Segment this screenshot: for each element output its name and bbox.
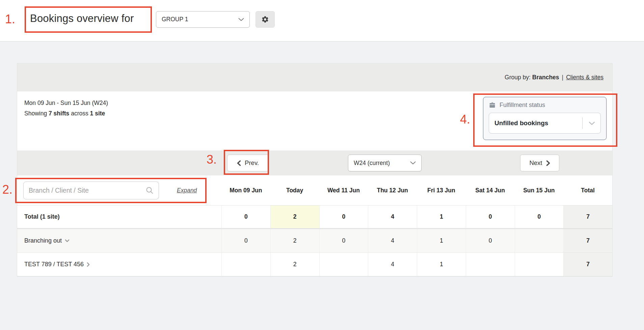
column-header-fri: Fri 13 Jun (417, 175, 466, 205)
column-header-thu: Thu 12 Jun (368, 175, 417, 205)
table-row-site: TEST 789 / TEST 456 2 4 1 7 (17, 253, 612, 276)
table-cell: 0 (221, 229, 270, 252)
top-bar: Bookings overview for GROUP 1 (0, 0, 644, 42)
search-input[interactable] (29, 187, 146, 194)
table-cell (515, 253, 564, 276)
table-cell: 4 (368, 205, 417, 228)
table-row-branch: Branching out 0 2 0 4 1 0 7 (17, 229, 612, 253)
table-cell (221, 253, 270, 276)
table-cell: 2 (270, 253, 319, 276)
row-label-site[interactable]: TEST 789 / TEST 456 (17, 253, 221, 276)
column-headers: Mon 09 Jun Today Wed 11 Jun Thu 12 Jun F… (221, 175, 612, 205)
table-cell: 0 (515, 205, 564, 228)
week-summary-section: Mon 09 Jun - Sun 15 Jun (W24) Showing 7 … (17, 91, 612, 150)
table-cell-total: 7 (563, 205, 612, 228)
group-select-value: GROUP 1 (162, 16, 188, 23)
sites-count: 1 site (90, 110, 105, 117)
table-cell: 0 (221, 205, 270, 228)
chevron-right-icon (546, 160, 550, 166)
table-cell (466, 253, 515, 276)
column-header-total: Total (563, 175, 612, 205)
fulfillment-status-card: Fulfillment status Unfilled bookings (483, 97, 607, 140)
week-shift-summary: Showing 7 shifts across 1 site (24, 110, 105, 117)
fulfillment-status-label: Fulfillment status (500, 102, 545, 109)
column-header-today: Today (270, 175, 319, 205)
group-select[interactable]: GROUP 1 (156, 11, 250, 28)
table-cell-total: 7 (563, 229, 612, 252)
next-week-label: Next (529, 159, 542, 167)
group-by-bar: Group by: Branches | Clients & sites (17, 63, 612, 91)
shifts-count: 7 shifts (49, 110, 69, 117)
table-cell: 0 (319, 229, 368, 252)
week-navigation-bar: Prev. W24 (current) Next (17, 150, 612, 175)
table-header-row: Expand Mon 09 Jun Today Wed 11 Jun Thu 1… (17, 175, 612, 205)
table-cell: 1 (417, 229, 466, 252)
table-cell: 0 (319, 205, 368, 228)
row-label-total: Total (1 site) (17, 205, 221, 228)
bookings-overview-panel: Group by: Branches | Clients & sites Mon… (17, 63, 613, 277)
gear-icon (261, 16, 269, 23)
annotation-label-2: 2. (2, 183, 12, 197)
briefcase-icon (489, 102, 496, 109)
week-date-range: Mon 09 Jun - Sun 15 Jun (W24) (24, 100, 108, 107)
table-cell: 0 (466, 229, 515, 252)
chevron-left-icon (237, 160, 241, 166)
prev-week-button[interactable]: Prev. (227, 155, 269, 171)
table-row-total: Total (1 site) 0 2 0 4 1 0 0 7 (17, 205, 612, 229)
table-cell: 1 (417, 253, 466, 276)
search-icon (146, 187, 154, 194)
chevron-down-icon (238, 18, 244, 21)
page-title: Bookings overview for (30, 12, 134, 25)
table-cell (515, 229, 564, 252)
group-by-active: Branches (532, 74, 559, 81)
table-cell: 2 (270, 229, 319, 252)
column-header-sat: Sat 14 Jun (466, 175, 515, 205)
settings-button[interactable] (256, 11, 275, 28)
chevron-down-icon (410, 161, 416, 165)
table-cell: 1 (417, 205, 466, 228)
expand-link[interactable]: Expand (177, 175, 197, 205)
week-select-value: W24 (current) (354, 160, 390, 167)
next-week-button[interactable]: Next (520, 155, 559, 171)
fulfillment-status-header: Fulfillment status (489, 102, 601, 109)
chevron-down-icon (65, 239, 70, 242)
chevron-right-icon (87, 262, 90, 267)
table-cell (319, 253, 368, 276)
divider (582, 117, 583, 129)
group-by-clients-sites-link[interactable]: Clients & sites (566, 74, 603, 81)
table-cell-today: 2 (270, 205, 319, 228)
fulfillment-status-value: Unfilled bookings (494, 119, 582, 127)
table-cell-total: 7 (563, 253, 612, 276)
table-cell: 4 (368, 253, 417, 276)
prev-week-label: Prev. (245, 159, 259, 167)
table-cell: 0 (466, 205, 515, 228)
week-select[interactable]: W24 (current) (348, 155, 422, 171)
column-header-sun: Sun 15 Jun (515, 175, 564, 205)
fulfillment-status-select[interactable]: Unfilled bookings (489, 113, 601, 134)
search-box[interactable] (23, 182, 159, 199)
column-header-wed: Wed 11 Jun (319, 175, 368, 205)
chevron-down-icon (589, 121, 595, 125)
group-by-separator: | (562, 74, 564, 81)
table-cell: 4 (368, 229, 417, 252)
group-by-label: Group by: (505, 74, 531, 81)
row-label-branch[interactable]: Branching out (17, 229, 221, 252)
column-header-mon: Mon 09 Jun (221, 175, 270, 205)
